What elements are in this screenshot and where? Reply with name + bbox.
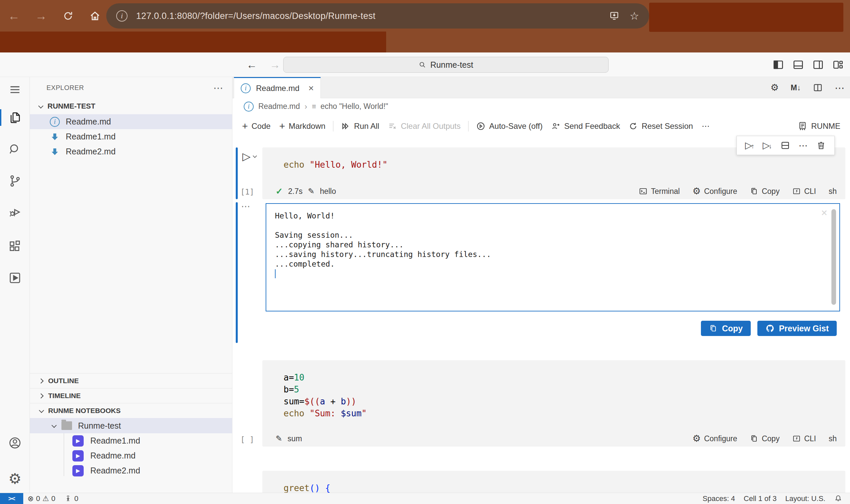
notifications-button[interactable]	[830, 493, 847, 504]
sidebar-item-search[interactable]	[0, 139, 30, 160]
remote-indicator[interactable]: ><	[0, 493, 23, 504]
section-timeline[interactable]: TIMELINE	[30, 388, 232, 403]
copy-action[interactable]: Copy	[750, 434, 780, 443]
pencil-icon[interactable]: ✎	[276, 434, 282, 443]
auto-save-button[interactable]: Auto-Save (off)	[472, 120, 547, 133]
cli-action[interactable]: CLI	[792, 187, 816, 196]
layout-indicator[interactable]: Layout: U.S.	[781, 493, 830, 504]
file-row-readme1[interactable]: Readme1.md	[30, 129, 232, 144]
copy-output-button[interactable]: Copy	[701, 321, 751, 336]
notebook-item-readme1[interactable]: ▶ Readme1.md	[30, 433, 232, 448]
sidebar-item-source-control[interactable]	[0, 170, 30, 192]
configure-action[interactable]: ⚙ Configure	[692, 186, 737, 196]
toggle-panel-icon[interactable]	[792, 59, 804, 71]
pencil-icon[interactable]: ✎	[308, 186, 314, 196]
explorer-files-icon	[8, 111, 22, 124]
add-code-button[interactable]: + Code	[238, 119, 275, 133]
info-file-icon: i	[50, 117, 60, 127]
terminal-action[interactable]: Terminal	[639, 187, 680, 196]
send-feedback-label: Send Feedback	[564, 122, 620, 131]
cell-name[interactable]: hello	[320, 187, 336, 196]
terminal-output[interactable]: Hello, World! Saving session... ...copyi…	[266, 203, 840, 311]
cell-more-actions-button[interactable]: ⋯	[798, 140, 808, 151]
browser-back-button[interactable]: ←	[8, 9, 20, 23]
workspace-root-row[interactable]: RUNME-TEST	[30, 98, 232, 114]
tab-readme[interactable]: i Readme.md ×	[234, 77, 321, 98]
execute-below-button[interactable]: ▷ ↓	[763, 141, 772, 150]
problems-indicator[interactable]: ⊗ 0 ⚠ 0	[23, 493, 60, 504]
gear-icon[interactable]: ⚙	[770, 83, 779, 92]
bookmark-star-icon[interactable]: ☆	[630, 10, 639, 22]
sidebar-item-run-debug[interactable]	[0, 201, 30, 222]
install-app-icon[interactable]	[609, 11, 619, 21]
cell-name[interactable]: sum	[288, 434, 302, 443]
toggle-secondary-sidebar-icon[interactable]	[812, 59, 824, 71]
site-info-icon[interactable]: i	[116, 10, 127, 22]
command-center-search[interactable]: Runme-test	[283, 57, 609, 73]
toolbar-divider	[468, 121, 469, 131]
nav-forward-button[interactable]: →	[270, 59, 280, 71]
code-cell-2[interactable]: a=10b=5sum=$((a + b))echo "Sum: $sum" ✎ …	[262, 360, 845, 447]
run-all-button[interactable]: Run All	[337, 120, 383, 133]
notebook-items: ▶ Readme1.md ▶ Readme.md ▶ Readme2.md	[30, 433, 232, 478]
more-actions-icon[interactable]: ⋯	[835, 82, 845, 94]
code-cell-1[interactable]: echo "Hello, World!" ✓ 2.7s ✎ hello Term…	[262, 147, 845, 199]
editor-area: i Readme.md × ⚙ M↓ ⋯ i Readme.md › ≡ ech…	[232, 77, 850, 493]
close-output-icon[interactable]: ×	[821, 208, 828, 217]
accounts-button[interactable]	[0, 432, 30, 453]
execute-above-button[interactable]: ▷ ↑	[745, 141, 754, 150]
copy-action[interactable]: Copy	[750, 187, 780, 196]
nav-back-button[interactable]: ←	[246, 59, 257, 71]
cell-position-indicator[interactable]: Cell 1 of 3	[739, 493, 781, 504]
url-bar[interactable]: i 127.0.0.1:8080/?folder=/Users/macos/De…	[106, 3, 649, 29]
split-cell-button[interactable]	[780, 141, 790, 150]
code-cell-3[interactable]: greet() { echo "Hello, $1!"	[262, 471, 845, 493]
clear-all-outputs-button[interactable]: Clear All Outputs	[383, 120, 465, 133]
notebook-item-readme[interactable]: ▶ Readme.md	[30, 448, 232, 463]
notebook-folder-row[interactable]: Runme-test	[30, 418, 232, 433]
configure-action[interactable]: ⚙ Configure	[692, 434, 737, 443]
sidebar-item-explorer[interactable]	[0, 107, 30, 128]
browser-home-button[interactable]	[89, 10, 101, 22]
cli-action[interactable]: CLI	[792, 434, 816, 443]
cell-actions: Terminal ⚙ Configure Copy CLI	[639, 186, 837, 196]
spaces-indicator[interactable]: Spaces: 4	[698, 493, 739, 504]
add-markdown-button[interactable]: + Markdown	[275, 119, 330, 133]
browser-forward-button[interactable]: →	[35, 9, 47, 23]
runme-brand[interactable]: RUNME	[793, 119, 845, 133]
file-row-readme2[interactable]: Readme2.md	[30, 144, 232, 159]
tab-title: Readme.md	[256, 84, 300, 93]
output-options-icon[interactable]: ⋯	[241, 201, 250, 212]
sidebar-more-actions[interactable]: ⋯	[214, 82, 224, 94]
send-feedback-button[interactable]: Send Feedback	[547, 120, 624, 133]
runme-brand-label: RUNME	[811, 122, 840, 131]
breadcrumb-symbol[interactable]: echo "Hello, World!"	[321, 102, 388, 111]
execution-count: [1]	[240, 187, 254, 196]
toggle-sidebar-icon[interactable]	[772, 59, 784, 71]
close-icon[interactable]: ×	[308, 83, 314, 94]
output-scrollbar[interactable]	[831, 209, 836, 305]
customize-layout-icon[interactable]	[832, 59, 844, 71]
file-row-readme[interactable]: i Readme.md	[30, 114, 232, 129]
browser-reload-button[interactable]	[62, 10, 74, 22]
cell-code[interactable]: greet() { echo "Hello, $1!"	[262, 471, 845, 493]
sidebar-item-runme[interactable]	[0, 267, 30, 289]
settings-button[interactable]: ⚙	[0, 468, 30, 489]
breadcrumb-file[interactable]: Readme.md	[258, 102, 300, 111]
ports-indicator[interactable]: 0	[60, 493, 83, 504]
menu-button[interactable]	[0, 79, 30, 100]
reset-session-button[interactable]: Reset Session	[624, 120, 697, 133]
section-outline[interactable]: OUTLINE	[30, 373, 232, 388]
sidebar-header: EXPLORER ⋯	[30, 77, 232, 98]
preview-gist-button[interactable]: Preview Gist	[757, 321, 837, 336]
cell-code[interactable]: a=10b=5sum=$((a + b))echo "Sum: $sum"	[262, 360, 845, 419]
delete-cell-button[interactable]	[816, 141, 826, 150]
toolbar-more-button[interactable]: ⋯	[697, 120, 714, 133]
section-runme-notebooks[interactable]: RUNME NOTEBOOKS	[30, 403, 232, 418]
sidebar-item-extensions[interactable]	[0, 236, 30, 257]
run-cell-button[interactable]: ▷	[242, 151, 256, 162]
chrome-accent-block-left	[0, 32, 386, 52]
split-editor-icon[interactable]	[813, 83, 823, 93]
notebook-item-readme2[interactable]: ▶ Readme2.md	[30, 463, 232, 478]
markdown-preview-icon[interactable]: M↓	[791, 83, 801, 92]
